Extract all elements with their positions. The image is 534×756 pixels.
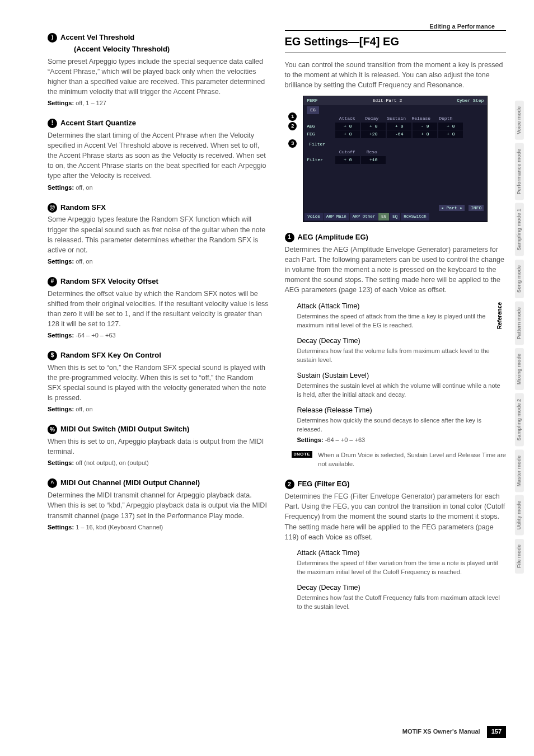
- badge-14: $: [48, 351, 57, 360]
- aeg-body: Determines the AEG (Amplitude Envelope G…: [285, 245, 507, 295]
- tab-song-mode[interactable]: Song mode: [515, 260, 524, 298]
- badge-12: @: [48, 203, 57, 213]
- sc-tab-eg: EG: [307, 106, 319, 114]
- sc-top-left: PERF: [307, 97, 317, 104]
- tab-pattern-mode[interactable]: Pattern mode: [515, 302, 524, 345]
- eg-screenshot-wrap: 1 2 3 PERF Edit-Part 2 Cyber Step EG Att…: [303, 96, 488, 222]
- tab-sampling-mode-2[interactable]: Sampling mode 2: [515, 393, 524, 447]
- aeg-note-text: When a Drum Voice is selected, Sustain L…: [318, 451, 506, 469]
- aeg-release: Release (Release Time) Determines how qu…: [297, 405, 507, 445]
- item-16-title: MIDI Out Channel (MIDI Output Channel): [60, 478, 200, 489]
- sc-row-aeg: AEG + 0 + 0 + 0 - 9 + 0: [303, 123, 487, 131]
- sc-filter-lbl: Filter: [303, 139, 487, 148]
- item-aeg: 1AEG (Amplitude EG) Determines the AEG (…: [285, 232, 507, 469]
- item-11-body: Determines the start timing of the Accen…: [48, 130, 269, 181]
- item-10-body: Some preset Arpeggio types include the s…: [48, 57, 269, 97]
- tab-master-mode[interactable]: Master mode: [515, 450, 524, 492]
- item-16-body: Determines the MIDI transmit channel for…: [48, 490, 269, 520]
- item-14-title: Random SFX Key On Control: [60, 350, 161, 361]
- callout-1: 1: [288, 112, 297, 121]
- item-12-body: Some Arpeggio types feature the Random S…: [48, 214, 269, 255]
- feg-body: Determines the FEG (Filter Envelope Gene…: [285, 491, 507, 542]
- right-column: EG Settings—[F4] EG You can control the …: [285, 22, 507, 612]
- item-10-subtitle: (Accent Velocity Threshold): [74, 44, 170, 55]
- item-13-body: Determines the offset value by which the…: [48, 289, 269, 330]
- badge-aeg: 1: [285, 233, 294, 242]
- side-reference-label: Reference: [496, 302, 504, 329]
- tab-mixing-mode[interactable]: Mixing mode: [515, 348, 524, 390]
- badge-15: %: [48, 425, 57, 434]
- sc-top-right: Cyber Step: [457, 97, 484, 104]
- eg-intro: You can control the sound transition fro…: [285, 60, 507, 90]
- tab-file-mode[interactable]: File mode: [515, 539, 524, 574]
- item-15-settings: Settings: off (not output), on (output): [48, 459, 269, 468]
- item-15: %MIDI Out Switch (MIDI Output Switch) Wh…: [48, 424, 269, 468]
- feg-title: FEG (Filter EG): [298, 479, 350, 490]
- tab-utility-mode[interactable]: Utility mode: [515, 495, 524, 536]
- item-12-title: Random SFX: [60, 203, 106, 213]
- item-10-title: Accent Vel Threshold: [60, 33, 134, 41]
- sc-headers: Attack Decay Sustain Release Depth: [303, 114, 487, 123]
- badge-11: !: [48, 119, 57, 128]
- aeg-attack: Attack (Attack Time) Determines the spee…: [297, 301, 507, 330]
- sc-row-feg: FEG + 0 +20 -64 + 0 + 0: [303, 130, 487, 139]
- feg-decay: Decay (Decay Time) Determines how fast t…: [297, 583, 507, 612]
- item-13: #Random SFX Velocity Offset Determines t…: [48, 276, 269, 340]
- sc-bottom-tabs: Voice ARP Main ARP Other EG EQ RcvSwitch: [303, 212, 487, 222]
- item-14-settings: Settings: off, on: [48, 405, 269, 414]
- callout-3: 3: [288, 139, 297, 148]
- breadcrumb: Editing a Performance: [429, 22, 495, 31]
- aeg-note: DNOTE When a Drum Voice is selected, Sus…: [292, 451, 507, 469]
- item-11: !Accent Start Quantize Determines the st…: [48, 118, 269, 192]
- sc-bottom-info: ◂ Part ▸ INFO: [303, 204, 487, 213]
- side-tabs: Voice mode Performance mode Sampling mod…: [515, 101, 524, 574]
- item-10: ) Accent Vel Threshold (Accent Velocity …: [48, 32, 269, 108]
- page-footer: MOTIF XS Owner's Manual 157: [402, 726, 506, 738]
- sc-filter-headers: Cutoff Reso: [303, 148, 487, 156]
- feg-attack: Attack (Attack Time) Determines the spee…: [297, 548, 507, 577]
- tab-sampling-mode-1[interactable]: Sampling mode 1: [515, 203, 524, 256]
- item-13-title: Random SFX Velocity Offset: [60, 276, 158, 287]
- aeg-sustain: Sustain (Sustain Level) Determines the s…: [297, 370, 507, 400]
- page-content: ) Accent Vel Threshold (Accent Velocity …: [0, 0, 534, 634]
- item-11-title: Accent Start Quantize: [60, 118, 136, 129]
- item-14: $Random SFX Key On Control When this is …: [48, 350, 269, 414]
- item-12-settings: Settings: off, on: [48, 257, 269, 266]
- eg-screenshot: PERF Edit-Part 2 Cyber Step EG Attack De…: [303, 96, 488, 222]
- item-16-settings: Settings: 1 – 16, kbd (Keyboard Channel): [48, 523, 269, 532]
- left-column: ) Accent Vel Threshold (Accent Velocity …: [48, 22, 269, 612]
- item-14-body: When this is set to “on,” the Random SFX…: [48, 363, 269, 403]
- aeg-decay: Decay (Decay Time) Determines how fast t…: [297, 336, 507, 365]
- aeg-settings: Settings: -64 – +0 – +63: [297, 436, 507, 445]
- note-icon: DNOTE: [292, 451, 313, 458]
- item-13-settings: Settings: -64 – +0 – +63: [48, 331, 269, 340]
- callout-2: 2: [288, 122, 297, 130]
- badge-16: ^: [48, 478, 57, 488]
- tab-performance-mode[interactable]: Performance mode: [515, 143, 524, 200]
- badge-10: ): [48, 33, 57, 43]
- sc-row-filter: Filter + 0 +10: [303, 156, 487, 165]
- badge-13: #: [48, 277, 57, 287]
- badge-feg: 2: [285, 480, 294, 489]
- eg-settings-title: EG Settings—[F4] EG: [285, 30, 507, 53]
- sc-top-mid: Edit-Part 2: [372, 97, 402, 104]
- item-11-settings: Settings: off, on: [48, 184, 269, 192]
- footer-manual: MOTIF XS Owner's Manual: [402, 727, 480, 736]
- item-10-settings: Settings: off, 1 – 127: [48, 99, 269, 108]
- footer-page: 157: [487, 726, 506, 738]
- tab-voice-mode[interactable]: Voice mode: [515, 101, 524, 140]
- item-15-title: MIDI Out Switch (MIDI Output Switch): [60, 424, 189, 435]
- item-15-body: When this is set to on, Arpeggio playbac…: [48, 436, 269, 457]
- aeg-title: AEG (Amplitude EG): [298, 232, 368, 243]
- item-feg: 2FEG (Filter EG) Determines the FEG (Fil…: [285, 479, 507, 611]
- item-16: ^MIDI Out Channel (MIDI Output Channel) …: [48, 478, 269, 532]
- item-12: @Random SFX Some Arpeggio types feature …: [48, 203, 269, 266]
